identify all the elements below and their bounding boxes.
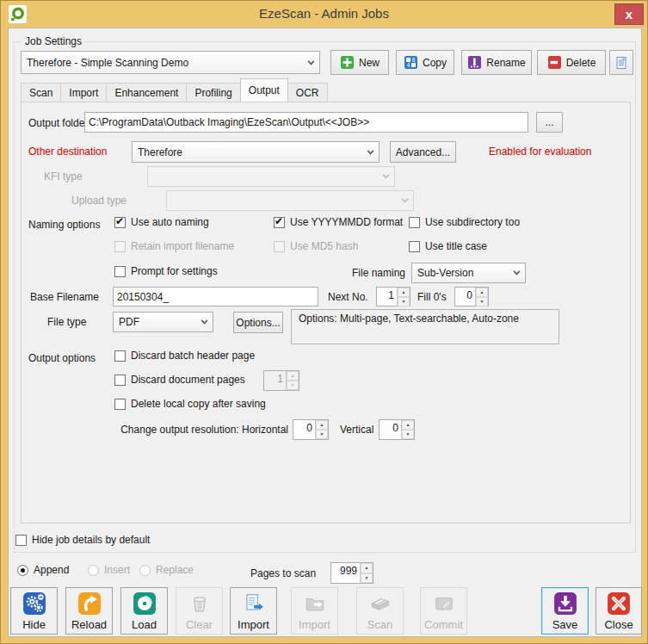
titlebar: EzeScan - Admin Jobs x [1, 1, 647, 28]
titlebar-close-button[interactable]: x [614, 3, 644, 25]
fill-zeros-spinner[interactable]: 0 ▲▼ [454, 287, 489, 307]
tab-profiling[interactable]: Profiling [186, 83, 240, 102]
spin-up-icon[interactable]: ▲ [316, 420, 328, 430]
next-no-spinner[interactable]: 1 ▲▼ [376, 287, 410, 307]
chevron-down-icon [367, 147, 374, 154]
resolution-vertical-spinner[interactable]: 0 ▲▼ [379, 419, 415, 440]
group-label: Job Settings [22, 35, 85, 47]
checkbox-use-title-case[interactable]: Use title case [409, 240, 487, 252]
chevron-down-icon [402, 196, 409, 203]
spin-up-icon[interactable]: ▲ [361, 563, 373, 573]
checkbox-prompt-for-settings[interactable]: Prompt for settings [114, 265, 218, 277]
file-type-combo[interactable]: PDF [113, 312, 213, 332]
checkbox-use-md5-hash: Use MD5 hash [274, 240, 358, 252]
chevron-down-icon [383, 172, 390, 179]
upload-type-label: Upload type [71, 195, 127, 207]
rename-button-label: Rename [486, 57, 525, 69]
file-naming-combo[interactable]: Sub-Version [411, 263, 526, 283]
output-tab-page: Output folder C:\ProgramData\Outback Ima… [21, 102, 631, 523]
rename-button[interactable]: Rename [461, 50, 532, 75]
advanced-button[interactable]: Advanced... [390, 141, 456, 163]
spin-up-icon[interactable]: ▲ [476, 288, 488, 297]
checkbox-use-subdirectory[interactable]: Use subdirectory too [409, 216, 520, 228]
spin-up-icon[interactable]: ▲ [398, 288, 410, 297]
new-button-label: New [359, 57, 380, 69]
resolution-horizontal-spinner[interactable]: 0 ▲▼ [293, 419, 329, 440]
job-selector-combo[interactable]: Therefore - Simple Scanning Demo [21, 51, 320, 74]
output-folder-input[interactable]: C:\ProgramData\Outback Imaging\EzeScan\O… [84, 112, 528, 133]
delete-icon [547, 55, 562, 70]
check-icon: ✔ [275, 215, 283, 227]
window-title: EzeScan - Admin Jobs [1, 1, 647, 27]
clear-button: Clear [176, 587, 223, 635]
tab-strip: Scan Import Enhancement Profiling Output… [21, 81, 327, 102]
pages-to-scan-spinner[interactable]: 999 ▲▼ [330, 562, 373, 584]
copy-icon: 4 8 [404, 55, 418, 70]
spin-up-icon[interactable]: ▲ [402, 420, 414, 430]
tab-output[interactable]: Output [240, 78, 288, 102]
kfi-type-combo [147, 166, 395, 187]
job-report-button[interactable] [609, 50, 633, 75]
dialog-body: Job Settings Therefore - Simple Scanning… [8, 28, 642, 637]
spin-down-icon[interactable]: ▼ [316, 430, 328, 439]
pages-to-scan-label: Pages to scan [250, 567, 316, 579]
svg-text:8: 8 [412, 57, 416, 63]
next-no-label: Next No. [328, 291, 368, 303]
tab-scan[interactable]: Scan [21, 83, 61, 102]
load-button[interactable]: Load [120, 587, 168, 635]
spin-down-icon[interactable]: ▼ [402, 430, 414, 439]
chevron-down-icon [201, 318, 208, 325]
output-options-label: Output options [28, 352, 96, 364]
radio-replace: Replace [139, 564, 194, 576]
import-button[interactable]: Import [230, 587, 277, 635]
import-document-icon [242, 591, 266, 616]
browse-folder-button[interactable]: ... [536, 112, 563, 133]
rename-icon [467, 55, 482, 70]
spin-down-icon[interactable]: ▼ [476, 297, 488, 307]
checkbox-use-yyyymmdd[interactable]: ✔ Use YYYYMMDD format [274, 216, 403, 228]
close-button[interactable]: Close [596, 587, 642, 635]
new-button[interactable]: New [330, 50, 389, 75]
reload-button[interactable]: Reload [65, 587, 113, 635]
document-icon [614, 55, 629, 71]
radio-append[interactable]: Append [17, 564, 69, 576]
spin-down-icon[interactable]: ▼ [361, 573, 373, 584]
app-logo-icon [9, 5, 27, 23]
import-secondary-button: Import [291, 587, 338, 635]
spin-up-icon: ▲ [287, 371, 299, 381]
save-button[interactable]: Save [541, 587, 589, 635]
delete-button[interactable]: Delete [537, 50, 606, 75]
job-selector-value: Therefore - Simple Scanning Demo [27, 57, 305, 69]
checkbox-delete-local-copy[interactable]: Delete local copy after saving [114, 398, 266, 410]
output-folder-label: Output folder [28, 117, 88, 129]
file-type-label: File type [47, 316, 86, 328]
spin-down-icon[interactable]: ▼ [398, 297, 410, 307]
naming-options-label: Naming options [28, 219, 100, 231]
vertical-label: Vertical [340, 424, 373, 436]
hide-button[interactable]: Hide [10, 587, 58, 635]
kfi-type-label: KFI type [44, 170, 83, 183]
checkbox-discard-document-pages[interactable]: Discard document pages [114, 374, 245, 386]
fill-zeros-label: Fill 0's [417, 291, 447, 303]
gears-icon [22, 591, 46, 616]
checkbox-discard-batch-header[interactable]: Discard batch header page [114, 350, 255, 362]
base-filename-input[interactable]: 20150304_ [113, 287, 318, 307]
discard-pages-spinner: 1 ▲▼ [263, 370, 299, 391]
tab-enhancement[interactable]: Enhancement [106, 83, 187, 102]
copy-button[interactable]: 4 8 Copy [396, 50, 454, 75]
other-destination-combo[interactable]: Therefore [132, 141, 380, 163]
tab-ocr[interactable]: OCR [287, 83, 328, 102]
checkbox-use-auto-naming[interactable]: ✔ Use auto naming [114, 216, 209, 228]
scan-button: Scan [356, 587, 404, 635]
import-folder-icon [303, 591, 327, 616]
tab-import[interactable]: Import [60, 83, 107, 102]
evaluation-note: Enabled for evaluation [489, 146, 591, 158]
trash-icon [188, 591, 212, 616]
file-type-options-button[interactable]: Options... [233, 312, 283, 333]
delete-button-label: Delete [566, 57, 596, 69]
file-naming-label: File naming [352, 267, 405, 279]
chevron-down-icon [308, 58, 315, 65]
checkbox-hide-job-details[interactable]: Hide job details by default [15, 534, 150, 546]
ezescan-window: EzeScan - Admin Jobs x Job Settings Ther… [0, 0, 648, 644]
file-type-options-summary: Options: Multi-page, Text-searchable, Au… [291, 309, 559, 344]
